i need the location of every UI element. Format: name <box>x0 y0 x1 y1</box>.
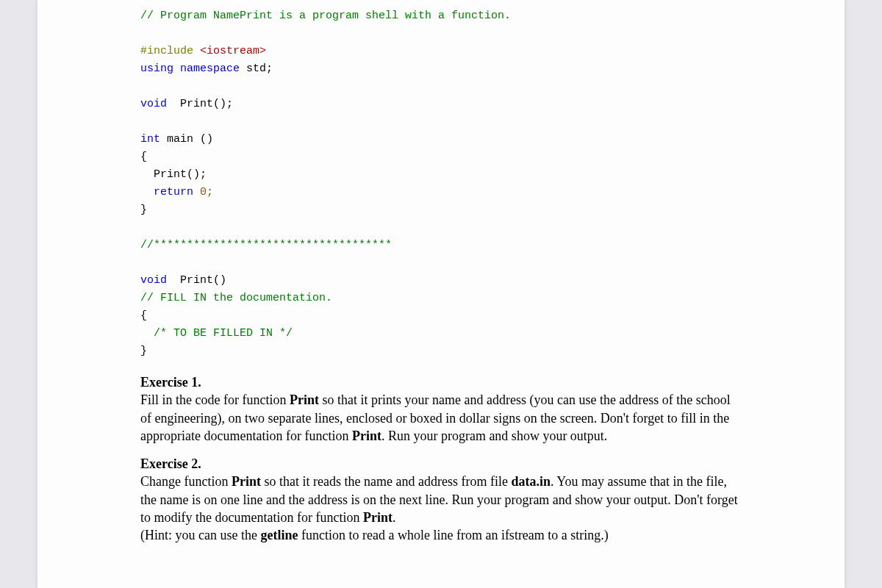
exercise-block: Exercise 1. Fill in the code for functio… <box>140 373 742 545</box>
exercise-2: Exercise 2. Change function Print so tha… <box>140 455 742 544</box>
keyword-filename: data.in <box>511 474 551 489</box>
code-brace: { <box>140 309 147 322</box>
code-text: main () <box>167 133 213 146</box>
code-comment: //************************************ <box>140 239 392 251</box>
code-brace: } <box>140 204 147 216</box>
code-text <box>140 186 154 198</box>
code-keyword: void <box>140 98 167 110</box>
code-keyword: void <box>140 274 167 287</box>
exercise-hint: (Hint: you can use the <box>140 528 260 542</box>
exercise-title: Exercise 1. <box>140 375 201 390</box>
code-text: std; <box>246 62 273 75</box>
code-comment: // FILL IN the documentation. <box>140 292 332 304</box>
code-brace: { <box>140 151 147 163</box>
code-keyword: using <box>140 62 180 75</box>
exercise-text: Change function <box>140 474 232 489</box>
code-text: Print(); <box>140 168 207 181</box>
code-include: #include <box>140 45 200 57</box>
keyword-print: Print <box>290 392 319 407</box>
code-header: <iostream> <box>200 45 266 57</box>
exercise-hint: function to read a whole line from an if… <box>298 528 608 542</box>
exercise-1: Exercise 1. Fill in the code for functio… <box>140 373 742 445</box>
exercise-text: . <box>392 510 396 525</box>
code-block: // Program NamePrint is a program shell … <box>140 7 742 360</box>
document-page: // Program NamePrint is a program shell … <box>37 0 845 588</box>
keyword-print: Print <box>352 429 381 443</box>
keyword-getline: getline <box>260 528 298 542</box>
code-comment: // Program NamePrint is a program shell … <box>140 10 511 22</box>
code-keyword: namespace <box>180 62 246 75</box>
exercise-text: . Run your program and show your output. <box>381 429 607 443</box>
code-keyword: return <box>154 186 193 198</box>
exercise-text: Fill in the code for function <box>140 392 290 407</box>
code-text: Print(); <box>167 98 233 110</box>
code-comment: /* TO BE FILLED IN */ <box>154 327 293 340</box>
exercise-title: Exercise 2. <box>140 456 201 471</box>
code-keyword: int <box>140 133 167 146</box>
exercise-text: so that it reads the name and address fr… <box>261 474 511 489</box>
code-brace: } <box>140 345 147 357</box>
code-text: Print() <box>167 274 226 287</box>
code-text <box>140 327 154 340</box>
keyword-print: Print <box>232 474 261 489</box>
code-number: 0; <box>193 186 213 198</box>
keyword-print: Print <box>363 510 392 525</box>
